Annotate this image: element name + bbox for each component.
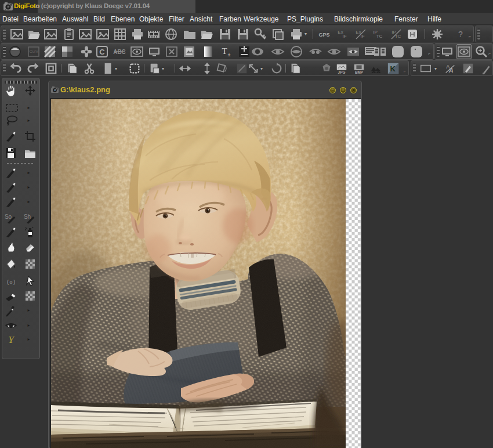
svg-text:GPS: GPS bbox=[318, 32, 329, 38]
svg-text:So: So bbox=[4, 214, 12, 220]
svg-text:Curv: Curv bbox=[30, 49, 38, 53]
svg-text:?: ? bbox=[458, 30, 463, 39]
svg-text:±: ± bbox=[228, 52, 231, 57]
svg-text:Sh: Sh bbox=[23, 214, 30, 220]
svg-text:BMP: BMP bbox=[355, 70, 364, 74]
svg-text:T: T bbox=[222, 46, 227, 56]
svg-text:(o): (o) bbox=[6, 280, 15, 286]
svg-text:Y: Y bbox=[8, 334, 14, 345]
svg-text:JPG: JPG bbox=[338, 70, 346, 74]
svg-text:TC: TC bbox=[376, 34, 383, 39]
svg-text:C: C bbox=[99, 48, 105, 56]
svg-text:K: K bbox=[390, 64, 396, 73]
svg-text:IF: IF bbox=[342, 34, 346, 39]
